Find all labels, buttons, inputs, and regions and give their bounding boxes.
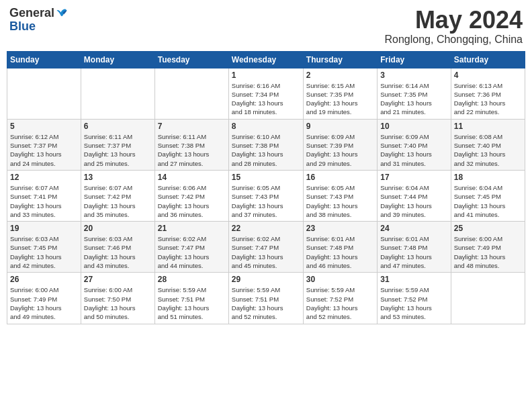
calendar-cell: 27Sunrise: 6:00 AMSunset: 7:50 PMDayligh…	[81, 273, 154, 324]
day-number: 16	[306, 173, 374, 182]
calendar-cell: 25Sunrise: 6:00 AMSunset: 7:49 PMDayligh…	[451, 222, 525, 273]
calendar-cell: 26Sunrise: 6:00 AMSunset: 7:49 PMDayligh…	[7, 273, 81, 324]
day-number: 1	[232, 71, 300, 80]
cell-content: Sunrise: 6:04 AMSunset: 7:45 PMDaylight:…	[454, 183, 522, 219]
calendar-cell: 15Sunrise: 6:05 AMSunset: 7:43 PMDayligh…	[228, 170, 303, 221]
calendar-week-row: 1Sunrise: 6:16 AMSunset: 7:34 PMDaylight…	[7, 68, 525, 119]
calendar-cell: 16Sunrise: 6:05 AMSunset: 7:43 PMDayligh…	[303, 170, 377, 221]
calendar-cell: 31Sunrise: 5:59 AMSunset: 7:52 PMDayligh…	[378, 273, 451, 324]
day-number: 18	[454, 173, 522, 182]
calendar-cell	[81, 68, 154, 119]
cell-content: Sunrise: 6:07 AMSunset: 7:41 PMDaylight:…	[10, 183, 78, 219]
day-number: 25	[454, 224, 522, 233]
calendar-cell: 6Sunrise: 6:11 AMSunset: 7:37 PMDaylight…	[81, 119, 154, 170]
calendar-cell: 17Sunrise: 6:04 AMSunset: 7:44 PMDayligh…	[378, 170, 451, 221]
calendar-header-sunday: Sunday	[7, 51, 81, 68]
cell-content: Sunrise: 6:13 AMSunset: 7:36 PMDaylight:…	[454, 81, 522, 117]
calendar-cell: 13Sunrise: 6:07 AMSunset: 7:42 PMDayligh…	[81, 170, 154, 221]
day-number: 12	[10, 173, 78, 182]
cell-content: Sunrise: 6:00 AMSunset: 7:49 PMDaylight:…	[454, 234, 522, 270]
day-number: 3	[380, 71, 447, 80]
cell-content: Sunrise: 6:08 AMSunset: 7:40 PMDaylight:…	[454, 132, 522, 168]
day-number: 10	[380, 122, 447, 131]
calendar-week-row: 26Sunrise: 6:00 AMSunset: 7:49 PMDayligh…	[7, 273, 525, 324]
calendar-cell: 7Sunrise: 6:11 AMSunset: 7:38 PMDaylight…	[154, 119, 228, 170]
calendar-cell: 19Sunrise: 6:03 AMSunset: 7:45 PMDayligh…	[7, 222, 81, 273]
cell-content: Sunrise: 5:59 AMSunset: 7:52 PMDaylight:…	[306, 285, 374, 321]
calendar-cell: 14Sunrise: 6:06 AMSunset: 7:42 PMDayligh…	[154, 170, 228, 221]
calendar-table: SundayMondayTuesdayWednesdayThursdayFrid…	[7, 51, 525, 324]
calendar-header-friday: Friday	[378, 51, 451, 68]
calendar-week-row: 19Sunrise: 6:03 AMSunset: 7:45 PMDayligh…	[7, 222, 525, 273]
day-number: 29	[232, 275, 300, 284]
day-number: 28	[158, 275, 226, 284]
calendar-cell: 3Sunrise: 6:14 AMSunset: 7:35 PMDaylight…	[378, 68, 451, 119]
logo-bird-icon	[56, 7, 68, 19]
calendar-week-row: 12Sunrise: 6:07 AMSunset: 7:41 PMDayligh…	[7, 170, 525, 221]
calendar-cell	[451, 273, 525, 324]
cell-content: Sunrise: 5:59 AMSunset: 7:51 PMDaylight:…	[232, 285, 300, 321]
cell-content: Sunrise: 6:00 AMSunset: 7:50 PMDaylight:…	[84, 285, 152, 321]
cell-content: Sunrise: 6:06 AMSunset: 7:42 PMDaylight:…	[158, 183, 226, 219]
calendar-header-monday: Monday	[81, 51, 154, 68]
day-number: 26	[10, 275, 78, 284]
logo: General Blue	[9, 7, 68, 34]
day-number: 17	[380, 173, 447, 182]
calendar-cell: 11Sunrise: 6:08 AMSunset: 7:40 PMDayligh…	[451, 119, 525, 170]
day-number: 30	[306, 275, 374, 284]
calendar-cell: 2Sunrise: 6:15 AMSunset: 7:35 PMDaylight…	[303, 68, 377, 119]
cell-content: Sunrise: 6:02 AMSunset: 7:47 PMDaylight:…	[232, 234, 300, 270]
day-number: 2	[306, 71, 374, 80]
calendar-cell	[7, 68, 81, 119]
logo-blue-text: Blue	[9, 20, 68, 34]
cell-content: Sunrise: 6:03 AMSunset: 7:46 PMDaylight:…	[84, 234, 152, 270]
day-number: 19	[10, 224, 78, 233]
cell-content: Sunrise: 6:05 AMSunset: 7:43 PMDaylight:…	[232, 183, 300, 219]
calendar-cell: 5Sunrise: 6:12 AMSunset: 7:37 PMDaylight…	[7, 119, 81, 170]
day-number: 23	[306, 224, 374, 233]
day-number: 9	[306, 122, 374, 131]
cell-content: Sunrise: 6:12 AMSunset: 7:37 PMDaylight:…	[10, 132, 78, 168]
cell-content: Sunrise: 6:02 AMSunset: 7:47 PMDaylight:…	[158, 234, 226, 270]
calendar-header-thursday: Thursday	[303, 51, 377, 68]
day-number: 6	[84, 122, 152, 131]
cell-content: Sunrise: 6:00 AMSunset: 7:49 PMDaylight:…	[10, 285, 78, 321]
page-header: General Blue May 2024 Ronglong, Chongqin…	[7, 7, 525, 46]
cell-content: Sunrise: 6:05 AMSunset: 7:43 PMDaylight:…	[306, 183, 374, 219]
calendar-cell	[154, 68, 228, 119]
day-number: 22	[232, 224, 300, 233]
cell-content: Sunrise: 6:01 AMSunset: 7:48 PMDaylight:…	[306, 234, 374, 270]
calendar-cell: 22Sunrise: 6:02 AMSunset: 7:47 PMDayligh…	[228, 222, 303, 273]
calendar-cell: 29Sunrise: 5:59 AMSunset: 7:51 PMDayligh…	[228, 273, 303, 324]
calendar-cell: 30Sunrise: 5:59 AMSunset: 7:52 PMDayligh…	[303, 273, 377, 324]
cell-content: Sunrise: 6:11 AMSunset: 7:37 PMDaylight:…	[84, 132, 152, 168]
day-number: 21	[158, 224, 226, 233]
cell-content: Sunrise: 5:59 AMSunset: 7:52 PMDaylight:…	[380, 285, 447, 321]
day-number: 11	[454, 122, 522, 131]
day-number: 27	[84, 275, 152, 284]
day-number: 7	[158, 122, 226, 131]
calendar-cell: 21Sunrise: 6:02 AMSunset: 7:47 PMDayligh…	[154, 222, 228, 273]
month-title: May 2024	[385, 7, 523, 34]
calendar-header-tuesday: Tuesday	[154, 51, 228, 68]
day-number: 24	[380, 224, 447, 233]
calendar-week-row: 5Sunrise: 6:12 AMSunset: 7:37 PMDaylight…	[7, 119, 525, 170]
cell-content: Sunrise: 6:16 AMSunset: 7:34 PMDaylight:…	[232, 81, 300, 117]
day-number: 8	[232, 122, 300, 131]
calendar-cell: 9Sunrise: 6:09 AMSunset: 7:39 PMDaylight…	[303, 119, 377, 170]
day-number: 4	[454, 71, 522, 80]
calendar-cell: 24Sunrise: 6:01 AMSunset: 7:48 PMDayligh…	[378, 222, 451, 273]
calendar-cell: 10Sunrise: 6:09 AMSunset: 7:40 PMDayligh…	[378, 119, 451, 170]
day-number: 14	[158, 173, 226, 182]
title-area: May 2024 Ronglong, Chongqing, China	[385, 7, 523, 46]
cell-content: Sunrise: 6:09 AMSunset: 7:39 PMDaylight:…	[306, 132, 374, 168]
cell-content: Sunrise: 6:14 AMSunset: 7:35 PMDaylight:…	[380, 81, 447, 117]
cell-content: Sunrise: 6:10 AMSunset: 7:38 PMDaylight:…	[232, 132, 300, 168]
cell-content: Sunrise: 6:04 AMSunset: 7:44 PMDaylight:…	[380, 183, 447, 219]
calendar-cell: 12Sunrise: 6:07 AMSunset: 7:41 PMDayligh…	[7, 170, 81, 221]
day-number: 20	[84, 224, 152, 233]
location-subtitle: Ronglong, Chongqing, China	[385, 34, 523, 46]
cell-content: Sunrise: 5:59 AMSunset: 7:51 PMDaylight:…	[158, 285, 226, 321]
cell-content: Sunrise: 6:09 AMSunset: 7:40 PMDaylight:…	[380, 132, 447, 168]
cell-content: Sunrise: 6:15 AMSunset: 7:35 PMDaylight:…	[306, 81, 374, 117]
